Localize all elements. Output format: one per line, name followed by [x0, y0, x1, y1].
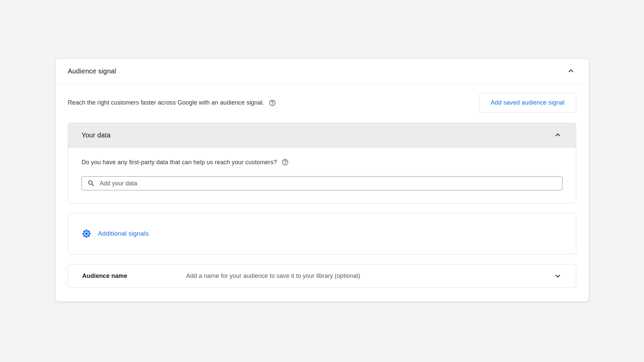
collapse-your-data-button[interactable]	[553, 130, 562, 140]
first-party-data-question: Do you have any first-party data that ca…	[82, 159, 277, 166]
audience-name-panel[interactable]: Audience name Add a name for your audien…	[68, 264, 576, 288]
audience-name-label: Audience name	[82, 273, 186, 280]
your-data-body: Do you have any first-party data that ca…	[68, 147, 576, 203]
add-your-data-searchbox[interactable]	[82, 176, 562, 190]
additional-signals-button[interactable]: Additional signals	[82, 229, 149, 239]
card-body: Reach the right customers faster across …	[56, 93, 589, 301]
expand-audience-name-button[interactable]	[553, 271, 562, 281]
add-your-data-input[interactable]	[100, 180, 557, 187]
audience-name-placeholder: Add a name for your audience to save it …	[186, 273, 360, 280]
your-data-header[interactable]: Your data	[68, 123, 576, 147]
settings-gear-icon	[82, 229, 92, 239]
intro-text: Reach the right customers faster across …	[68, 99, 264, 106]
your-data-title: Your data	[82, 131, 111, 139]
first-party-data-question-row: Do you have any first-party data that ca…	[82, 159, 562, 166]
page-background: Audience signal Reach the right customer…	[0, 0, 644, 362]
your-data-panel: Your data Do you have any first-party da…	[68, 123, 576, 203]
help-icon[interactable]	[281, 159, 289, 166]
audience-signal-header[interactable]: Audience signal	[56, 59, 589, 83]
add-saved-audience-signal-button[interactable]: Add saved audience signal	[479, 93, 576, 113]
additional-signals-panel: Additional signals	[68, 213, 576, 254]
audience-signal-card: Audience signal Reach the right customer…	[55, 59, 589, 302]
chevron-up-icon	[566, 66, 576, 76]
card-title: Audience signal	[68, 67, 116, 75]
search-icon	[87, 179, 95, 187]
intro-left: Reach the right customers faster across …	[68, 99, 276, 107]
additional-signals-label: Additional signals	[98, 230, 149, 237]
chevron-down-icon	[553, 271, 562, 281]
help-icon[interactable]	[269, 99, 276, 107]
intro-row: Reach the right customers faster across …	[68, 93, 576, 113]
collapse-section-button[interactable]	[566, 66, 576, 76]
chevron-up-icon	[553, 130, 562, 140]
